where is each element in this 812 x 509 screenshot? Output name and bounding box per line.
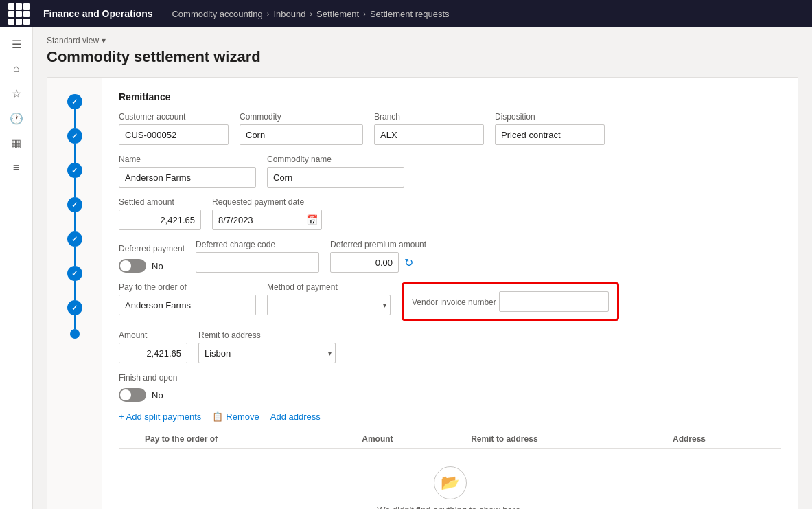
col-radio xyxy=(119,430,139,449)
disposition-label: Disposition xyxy=(495,112,605,122)
form-row-7: Finish and open No xyxy=(119,373,781,402)
form-row-6: Amount Remit to address Lisbon ▾ xyxy=(119,330,781,363)
step-3: ✓ xyxy=(67,163,82,178)
add-split-payments-label: + Add split payments xyxy=(119,411,201,422)
remit-to-address-group: Remit to address Lisbon ▾ xyxy=(198,330,336,363)
step-connector-6 xyxy=(74,281,76,300)
page-header: Standard view ▾ Commodity settlement wiz… xyxy=(47,36,798,66)
pay-to-order-input[interactable] xyxy=(119,295,256,315)
form-panel: Remittance Customer account Commodity Br… xyxy=(102,78,798,509)
step-1: ✓ xyxy=(67,94,82,109)
col-amount: Amount xyxy=(356,430,465,449)
disposition-input[interactable] xyxy=(495,124,605,145)
vendor-invoice-number-label: Vendor invoice number xyxy=(412,297,496,307)
amount-group: Amount xyxy=(119,330,187,363)
empty-message: We didn't find anything to show here. xyxy=(377,505,523,509)
form-row-4: Deferred payment No Deferred charge code… xyxy=(119,240,781,273)
wizard-container: ✓ ✓ ✓ ✓ ✓ xyxy=(47,77,798,509)
step-connector-4 xyxy=(74,212,76,231)
branch-input[interactable] xyxy=(374,124,484,145)
deferred-payment-label: Deferred payment xyxy=(119,244,185,253)
deferred-premium-row: ↻ xyxy=(330,252,426,273)
star-icon[interactable]: ☆ xyxy=(5,82,27,104)
step-connector-7 xyxy=(74,315,76,329)
form-row-1: Customer account Commodity Branch Dispos… xyxy=(119,112,781,145)
list-icon[interactable]: ≡ xyxy=(5,157,27,179)
pay-to-order-group: Pay to the order of xyxy=(119,282,256,315)
breadcrumb-settlement-requests[interactable]: Settlement requests xyxy=(370,9,450,19)
col-pay-to-order: Pay to the order of xyxy=(139,430,356,449)
method-of-payment-label: Method of payment xyxy=(267,282,391,292)
settled-amount-group: Settled amount xyxy=(119,197,201,230)
empty-icon: 📂 xyxy=(434,466,467,499)
breadcrumb-sep-3: › xyxy=(363,10,366,18)
step-5: ✓ xyxy=(67,231,82,247)
refresh-icon[interactable]: ↻ xyxy=(404,256,413,269)
hamburger-icon[interactable]: ☰ xyxy=(5,33,27,55)
commodity-name-group: Commodity name xyxy=(267,155,404,188)
form-row-5: Pay to the order of Method of payment ▾ xyxy=(119,282,781,321)
customer-account-input[interactable] xyxy=(119,124,229,145)
deferred-premium-amount-group: Deferred premium amount ↻ xyxy=(330,240,426,273)
empty-state: 📂 We didn't find anything to show here. xyxy=(124,453,776,509)
deferred-charge-code-group: Deferred charge code xyxy=(196,240,319,273)
commodity-group: Commodity xyxy=(240,112,363,145)
amount-label: Amount xyxy=(119,330,187,340)
app-title: Finance and Operations xyxy=(43,8,152,19)
name-label: Name xyxy=(119,155,256,164)
remit-to-address-label: Remit to address xyxy=(198,330,336,340)
step-2: ✓ xyxy=(67,128,82,144)
remove-link[interactable]: 📋 Remove xyxy=(212,411,259,422)
pay-to-order-label: Pay to the order of xyxy=(119,282,256,292)
finish-and-open-label: Finish and open xyxy=(119,373,177,383)
add-address-link[interactable]: Add address xyxy=(270,411,321,422)
topbar: Finance and Operations Commodity account… xyxy=(0,0,812,27)
branch-group: Branch xyxy=(374,112,484,145)
deferred-payment-group: Deferred payment No xyxy=(119,244,185,273)
clock-icon[interactable]: 🕐 xyxy=(5,107,27,129)
commodity-name-label: Commodity name xyxy=(267,155,404,164)
settled-amount-input[interactable] xyxy=(119,210,201,230)
branch-label: Branch xyxy=(374,112,484,122)
finish-and-open-toggle-group: No xyxy=(119,388,177,402)
remit-to-address-select[interactable]: Lisbon xyxy=(198,343,336,363)
breadcrumb-inbound[interactable]: Inbound xyxy=(273,9,305,19)
amount-input[interactable] xyxy=(119,343,187,363)
deferred-charge-code-input[interactable] xyxy=(196,252,319,273)
requested-payment-date-input[interactable] xyxy=(212,210,322,230)
commodity-name-input[interactable] xyxy=(267,167,404,188)
customer-account-group: Customer account xyxy=(119,112,229,145)
form-row-3: Settled amount Requested payment date 📅 xyxy=(119,197,781,230)
breadcrumb-commodity[interactable]: Commodity accounting xyxy=(172,9,262,19)
breadcrumb-settlement[interactable]: Settlement xyxy=(316,9,359,19)
deferred-payment-toggle-group: No xyxy=(119,259,185,273)
remove-label: Remove xyxy=(226,411,259,422)
vendor-invoice-box: Vendor invoice number xyxy=(402,282,619,321)
step-connector-3 xyxy=(74,178,76,197)
home-icon[interactable]: ⌂ xyxy=(5,58,27,80)
method-of-payment-select[interactable] xyxy=(267,295,391,315)
col-remit-to-address: Remit to address xyxy=(465,430,667,449)
finish-and-open-toggle[interactable] xyxy=(119,388,146,402)
deferred-premium-amount-label: Deferred premium amount xyxy=(330,240,426,249)
step-connector-2 xyxy=(74,144,76,163)
breadcrumb: Commodity accounting › Inbound › Settlem… xyxy=(172,9,449,19)
deferred-premium-amount-input[interactable] xyxy=(330,252,399,273)
add-split-payments-link[interactable]: + Add split payments xyxy=(119,411,201,422)
step-6: ✓ xyxy=(67,266,82,281)
grid-icon[interactable]: ▦ xyxy=(5,132,27,154)
finish-and-open-toggle-label: No xyxy=(152,390,163,400)
settled-amount-label: Settled amount xyxy=(119,197,201,207)
step-7: ✓ xyxy=(67,300,82,315)
app-grid-icon[interactable] xyxy=(8,3,30,25)
steps-panel: ✓ ✓ ✓ ✓ ✓ xyxy=(47,78,102,509)
add-address-label: Add address xyxy=(270,411,321,422)
standard-view[interactable]: Standard view ▾ xyxy=(47,36,798,45)
vendor-invoice-number-input[interactable] xyxy=(499,291,609,312)
step-current xyxy=(70,329,80,339)
section-title: Remittance xyxy=(119,91,781,102)
step-connector-1 xyxy=(74,109,76,128)
deferred-payment-toggle[interactable] xyxy=(119,259,146,273)
name-input[interactable] xyxy=(119,167,256,188)
commodity-input[interactable] xyxy=(240,124,363,145)
